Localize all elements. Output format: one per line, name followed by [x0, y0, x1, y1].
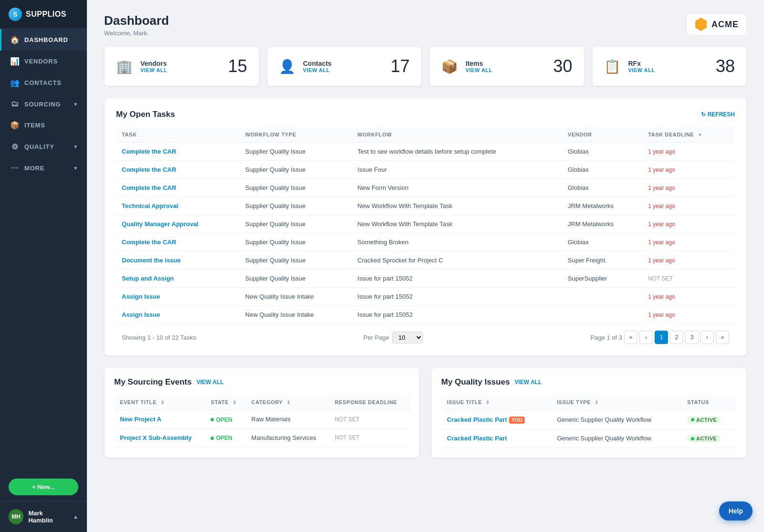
workflow-cell: New Workflow With Template Task	[352, 215, 562, 233]
per-page-select[interactable]: 102550	[392, 332, 423, 344]
sourcing-header: My Sourcing Events VIEW ALL	[114, 377, 410, 387]
sidebar: S SUPPLIOS 🏠 DASHBOARD 📊 VENDORS 👥 CONTA…	[0, 0, 87, 532]
chevron-down-icon-quality: ▼	[73, 144, 78, 149]
company-name: ACME	[711, 20, 739, 30]
issue-link[interactable]: Cracked Plastic Part	[447, 416, 507, 423]
workflow-type-cell: Supplier Quality Issue	[240, 251, 352, 270]
sourcing-col-title[interactable]: EVENT TITLE ⇕	[114, 395, 205, 410]
state-cell: OPEN	[205, 410, 245, 429]
status-cell: ACTIVE	[681, 429, 737, 448]
you-badge: YOU	[509, 417, 525, 424]
table-row: Complete the CAR Supplier Quality Issue …	[116, 179, 735, 197]
sourcing-col-category[interactable]: CATEGORY ⇕	[245, 395, 329, 410]
box-icon: 📦	[10, 121, 20, 130]
header: Dashboard Welcome, Mark. ACME	[87, 0, 764, 46]
task-link[interactable]: Complete the CAR	[122, 184, 176, 191]
quality-view-all[interactable]: VIEW ALL	[515, 379, 542, 386]
task-link[interactable]: Setup and Assign	[122, 275, 174, 282]
status-badge: ACTIVE	[687, 416, 721, 424]
state-badge: OPEN	[211, 435, 232, 441]
stat-card-contacts[interactable]: 👤 Contacts VIEW ALL 17	[267, 46, 422, 86]
nav-item-contacts[interactable]: 👥 CONTACTS	[0, 72, 87, 94]
workflow-type-cell: Supplier Quality Issue	[240, 179, 352, 197]
next-page-button[interactable]: ›	[700, 331, 714, 344]
vendors-icon: 🏢	[116, 59, 133, 74]
nav-item-quality[interactable]: ⚙ QUALITY ▼	[0, 136, 87, 157]
home-icon: 🏠	[10, 35, 20, 44]
quality-col-title[interactable]: ISSUE TITLE ⇕	[441, 395, 551, 410]
col-workflow-type: WORKFLOW TYPE	[240, 127, 352, 143]
items-count: 30	[553, 56, 572, 76]
people-icon: 👥	[10, 78, 20, 87]
prev-page-button[interactable]: ‹	[639, 331, 653, 344]
page-title: Dashboard	[104, 13, 169, 28]
contacts-view-all[interactable]: VIEW ALL	[303, 67, 383, 73]
table-row: Setup and Assign Supplier Quality Issue …	[116, 270, 735, 288]
vendor-cell: JRM Metalworks	[562, 197, 642, 215]
issue-link[interactable]: Cracked Plastic Part	[447, 435, 507, 442]
page-1-button[interactable]: 1	[655, 331, 668, 344]
nav-item-items[interactable]: 📦 ITEMS	[0, 115, 87, 136]
nav-item-dashboard[interactable]: 🏠 DASHBOARD	[0, 29, 87, 51]
task-link[interactable]: Quality Manager Approval	[122, 220, 199, 228]
nav-item-vendors[interactable]: 📊 VENDORS	[0, 51, 87, 72]
sourcing-view-all[interactable]: VIEW ALL	[196, 379, 223, 386]
stat-info-vendors: Vendors VIEW ALL	[140, 60, 220, 73]
help-button[interactable]: Help	[719, 501, 753, 521]
table-row: Complete the CAR Supplier Quality Issue …	[116, 233, 735, 251]
deadline-cell: NOT SET	[329, 428, 410, 447]
refresh-button[interactable]: ↻ REFRESH	[701, 111, 735, 118]
workflow-type-cell: New Quality Issue Intake	[240, 306, 352, 324]
nav-item-sourcing[interactable]: 🗂 SOURCING ▼	[0, 94, 87, 115]
stat-card-vendors[interactable]: 🏢 Vendors VIEW ALL 15	[104, 46, 259, 86]
table-row: Technical Approval Supplier Quality Issu…	[116, 197, 735, 215]
workflow-type-cell: Supplier Quality Issue	[240, 143, 352, 161]
acme-hex-icon	[694, 18, 708, 31]
task-link[interactable]: Assign Issue	[122, 293, 160, 300]
task-link[interactable]: Technical Approval	[122, 202, 178, 209]
bottom-grid: My Sourcing Events VIEW ALL EVENT TITLE …	[87, 367, 764, 469]
vendors-count: 15	[228, 56, 247, 76]
page-3-button[interactable]: 3	[685, 331, 699, 344]
items-view-all[interactable]: VIEW ALL	[466, 67, 545, 73]
nav-item-more[interactable]: ··· MORE ▼	[0, 157, 87, 178]
task-link[interactable]: Complete the CAR	[122, 166, 176, 173]
sourcing-events-section: My Sourcing Events VIEW ALL EVENT TITLE …	[104, 367, 420, 458]
status-badge: ACTIVE	[687, 435, 721, 442]
workflow-cell: Issue for part 15052	[352, 306, 562, 324]
col-deadline[interactable]: TASK DEADLINE ▼	[642, 127, 735, 143]
status-cell: ACTIVE	[681, 410, 737, 429]
per-page-selector[interactable]: Per Page 102550	[363, 332, 423, 344]
rfx-view-all[interactable]: VIEW ALL	[628, 67, 708, 73]
task-link[interactable]: Assign Issue	[122, 311, 160, 318]
quality-col-type[interactable]: ISSUE TYPE ⇕	[551, 395, 681, 410]
sourcing-event-link[interactable]: New Project A	[120, 416, 161, 423]
col-vendor: VENDOR	[562, 127, 642, 143]
vendor-cell: JRM Metalworks	[562, 215, 642, 233]
workflow-type-cell: New Quality Issue Intake	[240, 288, 352, 306]
page-2-button[interactable]: 2	[670, 331, 683, 344]
deadline-cell: 1 year ago	[642, 143, 735, 161]
task-link[interactable]: Complete the CAR	[122, 239, 176, 246]
issue-type-cell: Generic Supplier Quality Workflow	[551, 429, 681, 448]
sourcing-event-link[interactable]: Project X Sub-Assembly	[120, 434, 191, 441]
issue-title-cell: Cracked Plastic PartYOU	[441, 410, 551, 429]
main-content: Dashboard Welcome, Mark. ACME 🏢 Vendors …	[87, 0, 764, 532]
first-page-button[interactable]: «	[624, 331, 637, 344]
gear-icon: ⚙	[10, 142, 20, 151]
stat-card-rfx[interactable]: 📋 RFx VIEW ALL 38	[592, 46, 747, 86]
sourcing-title: My Sourcing Events	[114, 377, 191, 387]
workflow-type-cell: Supplier Quality Issue	[240, 233, 352, 251]
stat-card-items[interactable]: 📦 Items VIEW ALL 30	[429, 46, 584, 86]
chart-icon: 📊	[10, 57, 20, 66]
vendors-view-all[interactable]: VIEW ALL	[140, 67, 220, 73]
workflow-cell: Test to see workflow details before setu…	[352, 143, 562, 161]
last-page-button[interactable]: »	[716, 331, 729, 344]
company-logo: ACME	[686, 13, 747, 35]
task-link[interactable]: Document the issue	[122, 257, 181, 264]
new-button[interactable]: + New...	[9, 479, 78, 495]
user-row[interactable]: MH Mark Hamblin ▲	[9, 509, 78, 524]
task-link[interactable]: Complete the CAR	[122, 148, 176, 155]
table-row: Quality Manager Approval Supplier Qualit…	[116, 215, 735, 233]
sourcing-col-state[interactable]: STATE ⇕	[205, 395, 245, 410]
